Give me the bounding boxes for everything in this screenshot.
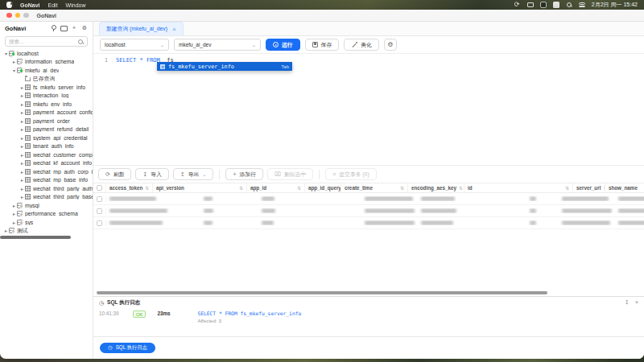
disclosure-arrow-icon[interactable]	[11, 220, 17, 225]
minimize-window-button[interactable]	[15, 13, 21, 19]
close-window-button[interactable]	[6, 13, 12, 19]
tree-item[interactable]: information_schema	[0, 58, 93, 67]
results-horizontal-scrollbar[interactable]	[93, 290, 644, 296]
column-header[interactable]: access_token ⇅	[106, 183, 153, 192]
spotlight-search-icon[interactable]	[566, 2, 572, 8]
table-row[interactable]	[93, 193, 644, 205]
row-checkbox[interactable]	[97, 220, 102, 226]
gear-icon[interactable]: ⚙	[81, 25, 88, 31]
tree-item[interactable]: tenant_auth_info	[0, 142, 93, 151]
sync-icon[interactable]	[514, 2, 521, 8]
add-connection-button[interactable]: +	[71, 25, 77, 31]
refresh-button[interactable]: ⟳刷新	[98, 168, 131, 180]
monitor-icon[interactable]	[60, 25, 67, 31]
export-button[interactable]: ↥导出⌄	[173, 168, 214, 180]
tree-item[interactable]: mysql	[0, 201, 93, 210]
tree-item[interactable]: payment_order	[0, 117, 93, 125]
tree-item[interactable]: payment_refund_detail	[0, 125, 93, 134]
log-close-icon[interactable]: ×	[635, 299, 638, 306]
select-all-checkbox[interactable]	[97, 185, 102, 191]
disclosure-arrow-icon[interactable]	[19, 169, 25, 175]
display-icon[interactable]	[527, 2, 534, 7]
sort-icon[interactable]: ⇅	[456, 186, 463, 191]
sort-icon[interactable]: ⇅	[398, 186, 404, 191]
disclosure-arrow-icon[interactable]	[19, 160, 25, 166]
tree-item[interactable]: wechat_customer_company_info	[0, 150, 93, 159]
table-row[interactable]	[93, 205, 644, 217]
commit-transaction-button[interactable]: ≡提交事务 (0)	[325, 168, 376, 180]
disclosure-arrow-icon[interactable]	[19, 84, 25, 90]
menubar-menu[interactable]: Window	[66, 2, 86, 8]
sort-icon[interactable]: ⇅	[563, 186, 569, 191]
sql-editor[interactable]: 1 SELECT * FROM fs fs_mkefu_server_info …	[93, 54, 644, 166]
column-header[interactable]: app_id ⇅	[247, 183, 305, 192]
import-button[interactable]: ↧导入	[135, 168, 168, 180]
autocomplete-popup[interactable]: fs_mkefu_server_info Tab	[157, 62, 292, 71]
tree-item[interactable]: mkefu_ai_dev	[0, 66, 93, 75]
autocomplete-suggestion[interactable]: fs_mkefu_server_info	[168, 64, 234, 70]
connection-select[interactable]: localhost ⌄	[100, 39, 169, 51]
disclosure-arrow-icon[interactable]	[19, 186, 25, 191]
tree-item[interactable]: fs_mkefu_server_info	[0, 83, 93, 92]
column-header[interactable]: show_name ⇅	[605, 183, 644, 192]
tip-icon[interactable]	[50, 25, 56, 31]
menubar-clock[interactable]: 2月2日 周一 15:42	[592, 1, 638, 9]
apple-logo-icon[interactable]	[6, 2, 12, 8]
search-input[interactable]	[9, 39, 77, 44]
sidebar-search[interactable]	[5, 36, 88, 47]
disclosure-arrow-icon[interactable]	[19, 194, 25, 200]
sort-icon[interactable]: ⇅	[295, 186, 301, 191]
table-row[interactable]	[93, 217, 644, 229]
disclosure-arrow-icon[interactable]	[11, 203, 17, 208]
status-app-icon[interactable]	[540, 2, 547, 8]
tree-item[interactable]: wechat_kf_account_info	[0, 159, 93, 168]
control-center-icon[interactable]	[579, 2, 585, 8]
menubar-menu[interactable]: Edit	[48, 2, 58, 8]
run-button[interactable]: 运行	[266, 39, 300, 51]
save-button[interactable]: 保存	[305, 39, 340, 51]
disclosure-arrow-icon[interactable]	[3, 51, 9, 56]
disclosure-arrow-icon[interactable]	[3, 228, 9, 233]
tree-item[interactable]: 已存查询	[0, 75, 93, 84]
tab-close-icon[interactable]: ×	[172, 26, 176, 33]
disclosure-arrow-icon[interactable]	[19, 118, 25, 124]
row-checkbox[interactable]	[97, 208, 102, 214]
tree-item[interactable]: sys	[0, 218, 93, 227]
sql-log-toggle-button[interactable]: ◷ SQL 执行日志	[100, 343, 155, 353]
tree-item[interactable]: performance_schema	[0, 210, 93, 219]
tree-item[interactable]: wechat_mp_auth_corp_info	[0, 167, 93, 176]
tree-item[interactable]: localhost	[0, 49, 93, 58]
tree-item[interactable]: wechat_third_party_auth_info	[0, 184, 93, 193]
disclosure-arrow-icon[interactable]	[19, 109, 25, 115]
tree-item[interactable]: wechat_third_party_base_info	[0, 193, 93, 202]
log-export-icon[interactable]: ↧	[625, 299, 630, 306]
tree-item[interactable]: wechat_mp_base_info	[0, 176, 93, 185]
column-header[interactable]: app_id_query ⇅	[305, 183, 341, 192]
disclosure-arrow-icon[interactable]	[19, 101, 25, 107]
column-header[interactable]: api_version ⇅	[153, 183, 247, 192]
database-select[interactable]: mkefu_ai_dev ⌄	[174, 39, 261, 51]
disclosure-arrow-icon[interactable]	[11, 59, 17, 64]
tree-item[interactable]: mkefu_env_info	[0, 100, 93, 109]
disclosure-arrow-icon[interactable]	[19, 143, 25, 149]
input-method-icon[interactable]	[553, 2, 559, 8]
query-tab[interactable]: 新建查询 (mkefu_ai_dev) ×	[99, 22, 184, 35]
column-header[interactable]: encoding_aes_key ⇅	[408, 183, 464, 192]
tree-item[interactable]: interaction_log	[0, 92, 93, 101]
delete-selected-button[interactable]: ⌧删除选中	[267, 168, 313, 180]
tree-item[interactable]: payment_account_config	[0, 109, 93, 117]
sort-icon[interactable]: ⇅	[237, 186, 243, 191]
disclosure-arrow-icon[interactable]	[19, 135, 25, 141]
disclosure-arrow-icon[interactable]	[19, 177, 25, 183]
column-header[interactable]: create_time ⇅	[341, 183, 408, 192]
disclosure-arrow-icon[interactable]	[19, 93, 25, 98]
beautify-button[interactable]: 美化	[344, 39, 379, 51]
column-header[interactable]: id ⇅	[464, 183, 573, 192]
tree-item[interactable]: 测试	[0, 227, 93, 236]
add-row-button[interactable]: +添加行	[225, 168, 262, 180]
column-header[interactable]: server_url ⇅	[573, 183, 605, 192]
disclosure-arrow-icon[interactable]	[11, 68, 17, 73]
query-settings-button[interactable]: ⚙	[384, 39, 397, 51]
disclosure-arrow-icon[interactable]	[11, 211, 17, 216]
disclosure-arrow-icon[interactable]	[19, 152, 25, 158]
